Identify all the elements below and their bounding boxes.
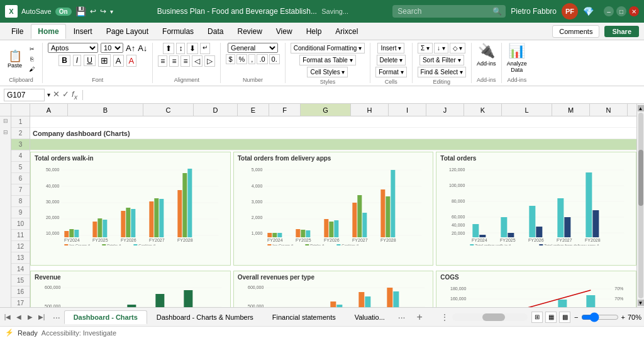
format-cells-button[interactable]: Format ▾ <box>375 67 406 77</box>
scroll-down-button[interactable]: ▼ <box>638 300 644 306</box>
row-num-1[interactable]: 1 <box>11 116 30 128</box>
add-sheet-button[interactable]: + <box>411 310 427 324</box>
sort-filter-button[interactable]: Sort & Filter ▾ <box>419 55 464 65</box>
row-num-5[interactable]: 5 <box>11 162 30 173</box>
col-header-j[interactable]: J <box>426 104 464 116</box>
row-num-14[interactable]: 14 <box>11 264 30 275</box>
row-num-4[interactable]: 4 <box>11 150 30 162</box>
tab-options-button[interactable]: ⋮ <box>441 313 448 322</box>
minimize-button[interactable]: – <box>604 6 614 16</box>
align-center-button[interactable]: ≡ <box>169 55 179 67</box>
fill-color-button[interactable]: A <box>113 55 124 67</box>
diamond-icon[interactable]: 💎 <box>583 6 594 16</box>
row-num-7[interactable]: 7 <box>11 184 30 196</box>
confirm-formula-button[interactable]: ✓ <box>62 89 69 101</box>
tab-data[interactable]: Data <box>201 25 230 38</box>
comma-button[interactable]: , <box>248 54 255 64</box>
fill-button[interactable]: ↓ ▾ <box>434 43 448 54</box>
col-header-n[interactable]: N <box>590 104 628 116</box>
chart-cogs[interactable]: COGS 180,000 160,000 140,000 120,000 70%… <box>436 271 636 307</box>
indent-increase-button[interactable]: ▷ <box>204 55 215 67</box>
tab-file[interactable]: File <box>5 25 30 38</box>
tab-arixcel[interactable]: Arixcel <box>329 25 364 38</box>
format-as-table-button[interactable]: Format as Table ▾ <box>299 55 355 65</box>
tab-formulas[interactable]: Formulas <box>156 25 200 38</box>
tab-more-right[interactable]: ··· <box>394 311 409 324</box>
sheet-tab-dashboard-charts[interactable]: Dashboard - Charts <box>64 310 147 324</box>
increase-font-button[interactable]: A↑ <box>126 43 135 53</box>
col-header-i[interactable]: I <box>389 104 426 116</box>
underline-button[interactable]: U <box>84 55 96 66</box>
tab-review[interactable]: Review <box>231 25 268 38</box>
clear-button[interactable]: ◇ ▾ <box>450 43 466 54</box>
tab-more-left[interactable]: ··· <box>49 311 64 324</box>
copy-button[interactable]: ⎘ <box>26 55 37 64</box>
maximize-button[interactable]: □ <box>616 6 626 16</box>
close-button[interactable]: ✕ <box>629 6 639 16</box>
col-header-c[interactable]: C <box>143 104 194 116</box>
save-icon[interactable]: 💾 <box>75 6 86 16</box>
cell-reference-input[interactable]: G107 <box>4 89 45 101</box>
insert-cells-button[interactable]: Insert ▾ <box>377 43 404 54</box>
page-break-view-button[interactable]: ▩ <box>559 312 570 323</box>
align-bottom-button[interactable]: ⬇ <box>187 43 198 54</box>
row-num-9[interactable]: 9 <box>11 207 30 218</box>
wrap-text-button[interactable]: ↵ <box>200 43 210 54</box>
conditional-formatting-button[interactable]: Conditional Formatting ▾ <box>291 43 365 54</box>
col-header-e[interactable]: E <box>238 104 269 116</box>
delete-cells-button[interactable]: Delete ▾ <box>377 55 406 65</box>
insert-function-button[interactable]: fx <box>72 89 77 101</box>
font-family-select[interactable]: Aptos <box>48 43 98 53</box>
sheet-tab-dashboard-charts-numbers[interactable]: Dashboard - Charts & Numbers <box>147 310 263 324</box>
number-format-select[interactable]: General <box>228 43 278 53</box>
font-color-button[interactable]: A <box>126 55 137 67</box>
redo-icon[interactable]: ↪ <box>100 7 106 16</box>
align-top-button[interactable]: ⬆ <box>163 43 174 54</box>
font-size-select[interactable]: 10 <box>101 43 123 53</box>
addins-label-btn[interactable]: Add-ins <box>477 60 496 67</box>
undo-icon[interactable]: ↩ <box>90 7 96 16</box>
tab-nav-last[interactable]: ▶| <box>36 312 47 322</box>
cancel-formula-button[interactable]: ✕ <box>53 89 60 101</box>
tab-home[interactable]: Home <box>31 24 65 39</box>
col-header-g[interactable]: G <box>301 104 351 116</box>
bold-button[interactable]: B <box>58 55 70 66</box>
col-header-k[interactable]: K <box>464 104 502 116</box>
search-input[interactable] <box>392 5 506 18</box>
tab-nav-next[interactable]: ▶ <box>25 312 35 322</box>
increase-decimal-button[interactable]: .0 <box>257 54 267 64</box>
decrease-font-button[interactable]: A↓ <box>138 43 147 53</box>
currency-button[interactable]: $ <box>226 54 235 64</box>
sheet-tab-financial-statements[interactable]: Financial statements <box>263 310 345 324</box>
row-num-2[interactable]: 2 <box>11 128 30 139</box>
analyze-label-btn[interactable]: AnalyzeData <box>507 60 527 73</box>
col-header-m[interactable]: M <box>552 104 590 116</box>
paste-button[interactable]: 📋 Paste <box>5 49 25 70</box>
tab-page-layout[interactable]: Page Layout <box>100 25 155 38</box>
col-header-l[interactable]: L <box>502 104 552 116</box>
row-num-10[interactable]: 10 <box>11 218 30 230</box>
row-num-17[interactable]: 17 <box>11 298 30 307</box>
horizontal-scrollbar[interactable] <box>452 313 528 321</box>
find-select-button[interactable]: Find & Select ▾ <box>418 67 466 77</box>
chart-revenue-type[interactable]: Overall revenues per type 600,000 500,00… <box>233 271 434 307</box>
row-num-3[interactable]: 3 <box>11 139 30 150</box>
indent-decrease-button[interactable]: ◁ <box>192 55 203 67</box>
page-layout-view-button[interactable]: ▦ <box>545 312 557 323</box>
col-header-f[interactable]: F <box>269 104 301 116</box>
italic-button[interactable]: I <box>73 55 81 66</box>
share-button[interactable]: Share <box>604 26 639 37</box>
tab-view[interactable]: View <box>270 25 299 38</box>
col-header-h[interactable]: H <box>351 104 389 116</box>
align-middle-button[interactable]: ↕ <box>176 43 185 54</box>
row-num-6[interactable]: 6 <box>11 173 30 184</box>
row-num-12[interactable]: 12 <box>11 241 30 252</box>
percent-button[interactable]: % <box>236 54 248 64</box>
cell-content-area[interactable]: Company dashboard (Charts) Total orders … <box>30 116 636 307</box>
accessibility-button[interactable]: Accessibility: Investigate <box>42 329 116 337</box>
cell-styles-button[interactable]: Cell Styles ▾ <box>307 67 348 77</box>
vertical-scrollbar[interactable]: ▲ ▼ <box>636 104 644 307</box>
sheet-tab-valuation[interactable]: Valuatio... <box>345 310 394 324</box>
comments-button[interactable]: Comments <box>552 25 599 38</box>
chart-total-orders[interactable]: Total orders 120,000 100,000 80,000 60,0… <box>436 152 636 266</box>
